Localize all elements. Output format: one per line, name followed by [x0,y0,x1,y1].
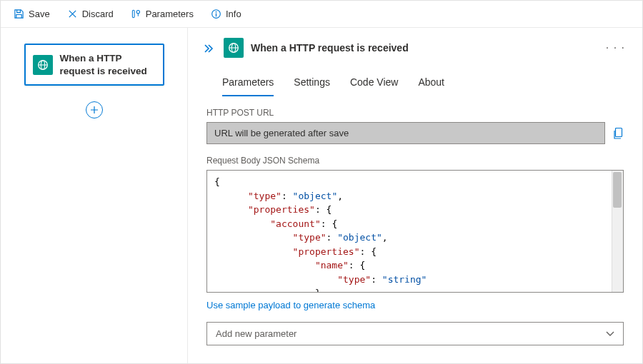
svg-rect-8 [616,128,622,136]
tab-parameters[interactable]: Parameters [222,72,274,96]
svg-point-1 [136,11,139,14]
scrollbar-thumb[interactable] [613,172,622,208]
details-panel: When a HTTP request is received · · · Pa… [188,28,642,363]
trigger-card-title: When a HTTP request is received [60,52,156,77]
parameters-label: Parameters [146,9,194,19]
info-button[interactable]: Info [204,4,249,24]
panel-title: When a HTTP request is received [251,42,596,54]
parameters-button[interactable]: Parameters [124,4,201,24]
discard-icon [67,9,78,19]
panel-content: HTTP POST URL URL will be generated afte… [188,96,642,346]
trigger-card[interactable]: When a HTTP request is received [24,44,164,86]
chevrons-right-icon [204,44,214,53]
scrollbar[interactable] [612,171,623,292]
add-parameter-dropdown[interactable]: Add new parameter [206,322,624,345]
chevron-down-icon [606,331,614,337]
url-field-label: HTTP POST URL [206,108,624,118]
info-label: Info [226,9,241,19]
json-schema-editor[interactable]: { "type": "object", "properties": { "acc… [206,170,624,293]
add-parameter-placeholder: Add new parameter [216,328,296,339]
http-request-icon [224,38,244,58]
save-button[interactable]: Save [6,4,57,24]
copy-url-button[interactable] [612,127,624,140]
discard-button[interactable]: Discard [60,4,121,24]
more-button[interactable]: · · · [603,39,628,57]
svg-rect-0 [132,10,134,17]
use-sample-payload-link[interactable]: Use sample payload to generate schema [206,300,375,310]
plus-icon [90,106,99,114]
ellipsis-icon: · · · [606,41,625,54]
discard-label: Discard [82,9,114,19]
http-request-icon [33,55,53,75]
info-icon [211,9,221,19]
tab-settings[interactable]: Settings [294,72,330,96]
add-step-button[interactable] [86,101,103,118]
save-icon [14,9,24,19]
copy-icon [612,127,624,140]
panel-header: When a HTTP request is received · · · [188,28,642,58]
toolbar: Save Discard Parameters Info [1,1,642,28]
tab-about[interactable]: About [418,72,444,96]
designer-canvas: When a HTTP request is received [1,28,188,363]
panel-tabs: Parameters Settings Code View About [188,58,642,96]
svg-point-3 [216,11,217,13]
schema-field-label: Request Body JSON Schema [206,156,624,166]
collapse-button[interactable] [201,41,216,56]
http-post-url-field[interactable]: URL will be generated after save [206,122,605,144]
tab-code-view[interactable]: Code View [350,72,398,96]
save-label: Save [29,9,50,19]
parameters-icon [131,9,141,19]
